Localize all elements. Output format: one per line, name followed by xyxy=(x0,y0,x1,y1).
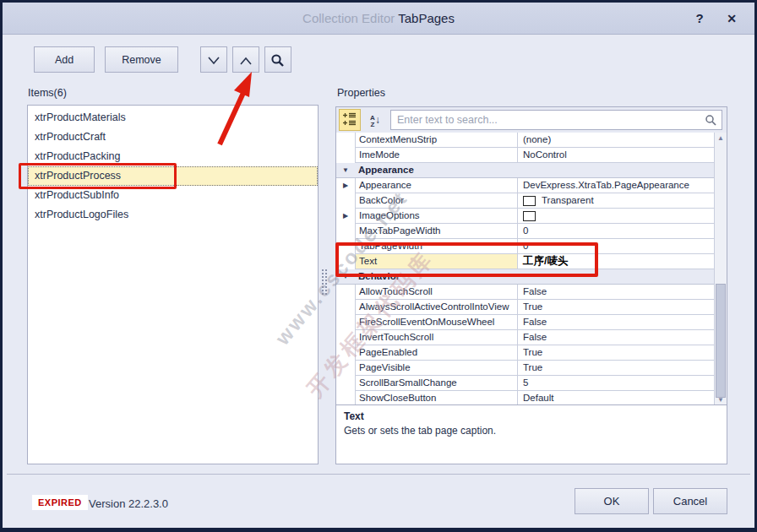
row-gutter xyxy=(336,285,355,300)
search-icon xyxy=(270,53,286,68)
category-row[interactable]: ▼Behavior xyxy=(336,269,714,285)
category-name: Behavior xyxy=(355,269,400,284)
property-value[interactable]: 0 xyxy=(517,239,714,254)
property-value[interactable]: 工序/唛头 xyxy=(517,254,714,269)
property-row[interactable]: PageEnabledTrue xyxy=(336,345,714,361)
property-row[interactable]: BackColorTransparent xyxy=(336,193,714,209)
property-row[interactable]: ▶AppearanceDevExpress.XtraTab.PageAppear… xyxy=(336,178,714,193)
cancel-button[interactable]: Cancel xyxy=(653,488,727,514)
property-value[interactable]: True xyxy=(517,300,714,315)
property-value[interactable]: False xyxy=(517,330,714,345)
property-row[interactable]: PageVisibleTrue xyxy=(336,361,714,376)
title-bar[interactable]: Collection Editor TabPages ? ✕ xyxy=(3,3,754,35)
property-name: Appearance xyxy=(355,178,517,193)
items-list[interactable]: xtrProductMaterialsxtrProductCraftxtrPro… xyxy=(27,105,319,464)
property-name: PageVisible xyxy=(355,361,517,376)
row-gutter xyxy=(336,330,355,345)
list-item[interactable]: xtrProductSubInfo xyxy=(28,186,318,205)
row-gutter xyxy=(336,254,355,269)
expand-arrow-icon[interactable]: ▶ xyxy=(336,178,355,193)
property-row[interactable]: MaxTabPageWidth0 xyxy=(336,224,714,239)
row-gutter xyxy=(336,315,355,330)
help-button[interactable]: ? xyxy=(689,9,711,28)
search-input[interactable] xyxy=(391,111,722,129)
chevron-down-icon xyxy=(204,55,223,67)
property-value[interactable]: 0 xyxy=(517,224,714,239)
property-row[interactable]: ScrollBarSmallChange5 xyxy=(336,376,714,391)
collapse-arrow-icon: ▼ xyxy=(336,163,355,177)
list-item[interactable]: xtrProductCraft xyxy=(28,128,318,147)
scroll-up-button[interactable]: ▲ xyxy=(715,133,727,144)
move-up-button[interactable] xyxy=(232,46,259,73)
title-main: TabPages xyxy=(398,11,455,25)
scroll-thumb[interactable] xyxy=(716,284,726,398)
expand-arrow-icon[interactable]: ▶ xyxy=(336,209,355,224)
property-row[interactable]: ImeModeNoControl xyxy=(336,148,714,163)
property-row[interactable]: InvertTouchScrollFalse xyxy=(336,330,714,345)
row-gutter xyxy=(336,239,355,254)
version-text: Version 22.2.3.0 xyxy=(89,497,168,510)
property-value[interactable]: True xyxy=(517,361,714,376)
find-button[interactable] xyxy=(264,46,291,73)
property-value[interactable]: (none) xyxy=(517,133,714,148)
property-row[interactable]: ▶ImageOptions xyxy=(336,209,714,224)
property-value[interactable]: Transparent xyxy=(517,193,714,209)
property-value[interactable]: True xyxy=(517,345,714,361)
footer-bar: EXPIRED Version 22.2.3.0 OK Cancel xyxy=(7,474,750,524)
row-gutter xyxy=(336,148,355,163)
property-grid[interactable]: ContextMenuStrip(none)ImeModeNoControl▼A… xyxy=(336,133,714,406)
row-gutter xyxy=(336,193,355,209)
page-title: Collection Editor TabPages xyxy=(3,11,754,25)
splitter-handle[interactable] xyxy=(321,269,328,296)
property-search-box xyxy=(390,110,722,130)
property-name: FireScrollEventOnMouseWheel xyxy=(355,315,517,330)
property-row[interactable]: Text工序/唛头 xyxy=(336,254,714,269)
row-gutter xyxy=(336,300,355,315)
list-item[interactable]: xtrProductProcess xyxy=(28,166,318,186)
add-button[interactable]: Add xyxy=(34,46,95,73)
property-value[interactable]: 5 xyxy=(517,376,714,391)
expired-badge: EXPIRED xyxy=(32,495,88,510)
property-row[interactable]: AlwaysScrollActiveControlIntoViewTrue xyxy=(336,300,714,315)
alphabetical-sort-button[interactable]: AZ↓ xyxy=(364,109,386,131)
properties-label: Properties xyxy=(337,87,385,99)
description-title: Text xyxy=(344,410,719,422)
property-value[interactable]: DevExpress.XtraTab.PageAppearance xyxy=(517,178,714,193)
property-name: BackColor xyxy=(355,193,517,209)
property-name: Text xyxy=(355,254,517,269)
list-item[interactable]: xtrProductPacking xyxy=(28,147,318,166)
categorized-view-button[interactable] xyxy=(339,109,361,131)
color-swatch xyxy=(523,196,536,206)
property-name: AlwaysScrollActiveControlIntoView xyxy=(355,300,517,315)
row-gutter xyxy=(336,345,355,361)
search-icon xyxy=(705,114,717,127)
property-value[interactable]: NoControl xyxy=(517,148,714,163)
row-gutter xyxy=(336,133,355,148)
row-gutter xyxy=(336,361,355,376)
property-value[interactable] xyxy=(517,209,714,224)
items-count-label: Items(6) xyxy=(28,87,67,99)
list-item[interactable]: xtrProductMaterials xyxy=(28,108,318,128)
collapse-arrow-icon: ▼ xyxy=(336,269,355,284)
scrollbar[interactable]: ▲ ▼ xyxy=(714,133,727,406)
property-value[interactable]: False xyxy=(517,285,714,300)
color-swatch xyxy=(523,211,536,221)
ok-button[interactable]: OK xyxy=(575,488,649,514)
property-row[interactable]: ContextMenuStrip(none) xyxy=(336,133,714,148)
category-row[interactable]: ▼Appearance xyxy=(336,163,714,178)
close-icon[interactable]: ✕ xyxy=(721,9,743,28)
remove-button[interactable]: Remove xyxy=(105,46,178,73)
properties-panel: AZ↓ ContextMenuStrip(none)ImeModeNoContr… xyxy=(335,106,727,464)
property-name: MaxTabPageWidth xyxy=(355,224,517,239)
property-grid-toolbar: AZ↓ xyxy=(336,107,727,133)
property-row[interactable]: AllowTouchScrollFalse xyxy=(336,285,714,300)
property-value[interactable]: False xyxy=(517,315,714,330)
property-name: PageEnabled xyxy=(355,345,517,361)
list-item[interactable]: xtrProductLogoFiles xyxy=(28,205,318,225)
categorized-icon xyxy=(342,111,357,127)
property-row[interactable]: TabPageWidth0 xyxy=(336,239,714,254)
property-name: ImeMode xyxy=(355,148,517,163)
property-row[interactable]: FireScrollEventOnMouseWheelFalse xyxy=(336,315,714,330)
sort-arrow-icon: ↓ xyxy=(375,114,380,126)
move-down-button[interactable] xyxy=(200,46,227,73)
